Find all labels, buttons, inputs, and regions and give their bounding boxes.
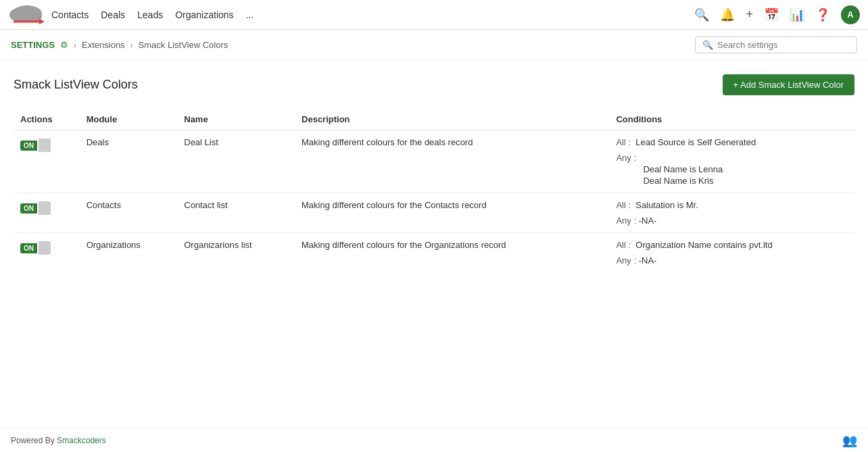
- search-settings-input[interactable]: [717, 40, 850, 50]
- footer-icon: 👥: [842, 433, 857, 448]
- page-title: Smack ListView Colors: [14, 78, 138, 92]
- row-2-name: Organizarions list: [177, 233, 295, 273]
- svg-marker-4: [39, 19, 45, 24]
- toggle-0[interactable]: ON: [20, 139, 73, 152]
- search-settings-icon: 🔍: [702, 40, 713, 50]
- condition-any-2: Any : -NA-: [616, 255, 848, 266]
- row-0-description: Making different colours for the deals r…: [295, 130, 609, 193]
- footer-text: Powered By: [11, 436, 57, 445]
- chart-icon[interactable]: 📊: [790, 7, 804, 22]
- main-content: Smack ListView Colors + Add Smack ListVi…: [0, 61, 868, 286]
- nav-deals[interactable]: Deals: [101, 9, 125, 20]
- plus-icon[interactable]: +: [746, 7, 753, 22]
- col-module: Module: [80, 109, 178, 130]
- toggle-on-label-0[interactable]: ON: [20, 141, 37, 151]
- row-1-conditions: All : Salutation is Mr. Any : -NA-: [609, 193, 854, 233]
- row-2-module: Organizations: [80, 233, 178, 273]
- nav-more[interactable]: ...: [246, 9, 254, 20]
- logo-icon[interactable]: [8, 3, 46, 27]
- nav-leads[interactable]: Leads: [137, 9, 163, 20]
- condition-all-0: All : Lead Source is Self Generated: [616, 137, 848, 147]
- toggle-2[interactable]: ON: [20, 241, 73, 255]
- footer-brand-link[interactable]: Smackcoders: [57, 436, 106, 445]
- row-1-module: Contacts: [80, 193, 178, 233]
- row-2-description: Making different colours for the Organiz…: [295, 233, 609, 273]
- row-1-name: Contact list: [177, 193, 295, 233]
- condition-all-2: All : Organization Name contains pvt.ltd: [616, 240, 848, 250]
- row-2-conditions: All : Organization Name contains pvt.ltd…: [609, 233, 854, 273]
- search-icon[interactable]: 🔍: [694, 7, 709, 22]
- row-0-name: Deal List: [177, 130, 295, 193]
- row-2-actions: ON: [14, 233, 80, 273]
- col-description: Description: [295, 109, 609, 130]
- breadcrumb-sep-1: ›: [74, 41, 76, 50]
- breadcrumb-extensions[interactable]: Extensions: [82, 40, 125, 50]
- data-table: Actions Module Name Description Conditio…: [14, 109, 854, 272]
- condition-any-item-0: Deal Name is Kris: [616, 176, 848, 186]
- row-1-description: Making different colours for the Contact…: [295, 193, 609, 233]
- help-icon[interactable]: ❓: [815, 7, 830, 22]
- settings-gear-icon[interactable]: ⚙: [60, 40, 68, 50]
- toggle-1[interactable]: ON: [20, 201, 73, 215]
- toggle-on-label-2[interactable]: ON: [20, 243, 37, 253]
- row-1-actions: ON: [14, 193, 80, 233]
- breadcrumb-smack-listview: Smack ListView Colors: [139, 40, 228, 50]
- toggle-on-label-1[interactable]: ON: [20, 203, 37, 214]
- row-0-module: Deals: [80, 130, 178, 193]
- bell-icon[interactable]: 🔔: [720, 7, 735, 22]
- search-settings-wrap[interactable]: 🔍: [695, 36, 857, 53]
- top-navigation: Contacts Deals Leads Organizations ... 🔍…: [0, 0, 868, 30]
- col-conditions: Conditions: [609, 109, 854, 130]
- page-header: Smack ListView Colors + Add Smack ListVi…: [14, 74, 854, 95]
- toggle-off-2[interactable]: [39, 241, 51, 255]
- nav-links: Contacts Deals Leads Organizations ...: [51, 9, 694, 20]
- nav-organizations[interactable]: Organizations: [175, 9, 233, 20]
- table-row: ON OrganizationsOrganizarions listMaking…: [14, 233, 854, 273]
- toggle-off-1[interactable]: [39, 201, 51, 215]
- col-name: Name: [177, 109, 295, 130]
- condition-all-1: All : Salutation is Mr.: [616, 200, 848, 210]
- toggle-off-0[interactable]: [39, 139, 51, 152]
- row-0-actions: ON: [14, 130, 80, 193]
- table-header-row: Actions Module Name Description Conditio…: [14, 109, 854, 130]
- condition-any-1: Any : -NA-: [616, 216, 848, 226]
- breadcrumb-sep-2: ›: [130, 41, 133, 50]
- calendar-icon[interactable]: 📅: [764, 7, 779, 22]
- table-row: ON DealsDeal ListMaking different colour…: [14, 130, 854, 193]
- avatar[interactable]: A: [841, 5, 860, 24]
- settings-label[interactable]: SETTINGS: [11, 40, 55, 50]
- nav-right-icons: 🔍 🔔 + 📅 📊 ❓ A: [694, 5, 860, 24]
- footer: Powered By Smackcoders 👥: [0, 428, 868, 452]
- nav-contacts[interactable]: Contacts: [51, 9, 89, 20]
- condition-any-0: Any :: [616, 153, 848, 163]
- footer-powered-by: Powered By Smackcoders: [11, 436, 106, 445]
- svg-point-1: [9, 8, 28, 22]
- col-actions: Actions: [14, 109, 80, 130]
- add-smack-listview-color-button[interactable]: + Add Smack ListView Color: [723, 74, 854, 95]
- row-0-conditions: All : Lead Source is Self Generated Any …: [609, 130, 854, 193]
- table-row: ON ContactsContact listMaking different …: [14, 193, 854, 233]
- condition-any-item-0: Deal Name is Lenna: [616, 164, 848, 174]
- settings-bar: SETTINGS ⚙ › Extensions › Smack ListView…: [0, 30, 868, 61]
